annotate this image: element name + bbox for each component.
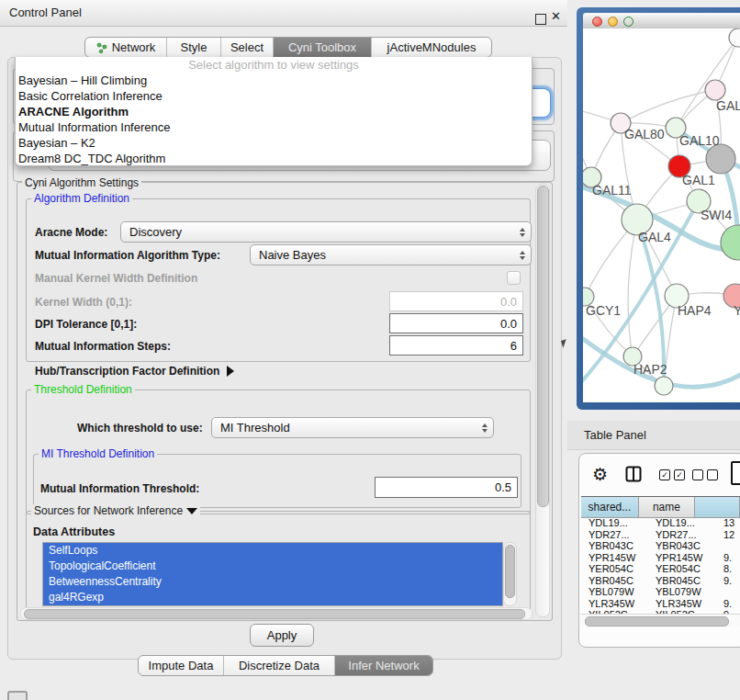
stepper-icon (520, 228, 525, 237)
network-node[interactable] (655, 377, 673, 395)
mi-algorithm-type-combo[interactable]: Naive Bayes (250, 244, 532, 265)
table-row[interactable]: YDR27...YDR27...12 (581, 529, 740, 541)
docked-panel-icon[interactable] (7, 691, 28, 700)
network-edge[interactable] (621, 90, 715, 123)
network-canvas[interactable]: GALGAL80GAL10GAL1GAL11SWI4GAL4GCY1HAP4YH… (583, 28, 740, 402)
algorithm-dropdown-list: Bayesian – Hill ClimbingBasic Correlatio… (16, 73, 532, 166)
which-threshold-combo[interactable]: MI Threshold (211, 417, 494, 438)
table-cell: YBR045C (581, 575, 652, 587)
node-label: GAL80 (624, 127, 665, 141)
network-node[interactable] (706, 144, 735, 174)
tab-jactivemnodules[interactable]: jActiveMNodules (371, 38, 491, 57)
mi-threshold-label: Mutual Information Threshold: (40, 482, 199, 495)
gear-icon[interactable]: ⚙ (592, 464, 608, 485)
table-cell (721, 586, 740, 598)
page-icon[interactable] (731, 461, 740, 485)
tab-impute-data[interactable]: Impute Data (139, 656, 223, 675)
node-table[interactable]: YDL19...YDL19...13YDR27...YDR27...12YBR0… (581, 517, 740, 614)
algorithm-option[interactable]: ARACNE Algorithm (16, 104, 532, 119)
tab-network[interactable]: Network (85, 38, 166, 57)
table-row[interactable]: YLR345WYLR345W9. (581, 598, 740, 610)
node-label: Y (734, 303, 740, 318)
table-row[interactable]: YER054CYER054C8. (581, 563, 740, 575)
manual-kernel-width-checkbox[interactable] (507, 271, 521, 285)
algorithm-option[interactable]: Bayesian – Hill Climbing (16, 73, 532, 88)
column-header[interactable]: name (639, 497, 695, 517)
attributes-scrollbar[interactable] (503, 542, 517, 606)
kernel-width-field[interactable]: 0.0 (389, 291, 523, 311)
table-row[interactable]: YBR043CYBR043C (581, 540, 740, 552)
table-cell: 9. (721, 598, 740, 610)
data-attribute-item[interactable]: BetweennessCentrality (43, 574, 502, 590)
node-label: GAL1 (682, 173, 715, 187)
hub-definition-expander[interactable]: Hub/Transcription Factor Definition (35, 365, 234, 378)
tab-style[interactable]: Style (166, 38, 220, 57)
cyni-bottom-tabs: Impute DataDiscretize DataInfer Network (138, 655, 433, 676)
mi-algorithm-type-label: Mutual Information Algorithm Type: (35, 249, 220, 262)
apply-button[interactable]: Apply (250, 624, 314, 647)
tab-cyni-toolbox[interactable]: Cyni Toolbox (273, 38, 371, 57)
which-threshold-label: Which threshold to use: (77, 422, 203, 435)
attributes-scrollbar-thumb[interactable] (505, 545, 515, 598)
float-window-button[interactable] (535, 14, 546, 25)
network-edge[interactable] (676, 38, 738, 128)
table-row[interactable]: YBR045CYBR045C9. (581, 575, 740, 587)
tab-select[interactable]: Select (220, 38, 273, 57)
column-header[interactable] (695, 497, 740, 517)
table-horizontal-scrollbar[interactable] (581, 614, 740, 627)
tab-label: Network (112, 40, 156, 54)
close-icon[interactable]: ✕ (551, 9, 561, 23)
network-node[interactable] (705, 80, 725, 100)
data-attribute-item[interactable]: SelfLoops (43, 543, 502, 559)
network-edge[interactable] (628, 220, 637, 356)
settings-horizontal-scrollbar-thumb[interactable] (24, 609, 525, 619)
split-columns-icon[interactable] (625, 466, 642, 486)
aracne-mode-combo[interactable]: Discovery (120, 221, 532, 243)
network-node[interactable] (729, 28, 740, 47)
network-graph[interactable]: GALGAL80GAL10GAL1GAL11SWI4GAL4GCY1HAP4YH… (583, 28, 740, 402)
table-row[interactable]: YBL079WYBL079W (581, 586, 740, 598)
table-row[interactable]: YPR145WYPR145W9. (581, 552, 740, 564)
network-window-titlebar[interactable] (583, 13, 740, 29)
expander-arrow-icon (227, 366, 234, 377)
deselect-checkboxes-icon[interactable] (692, 469, 718, 480)
table-cell: YPR145W (581, 552, 652, 564)
algorithm-option[interactable]: Bayesian – K2 (16, 135, 532, 151)
table-cell: 8. (721, 563, 740, 575)
close-traffic-light-icon[interactable] (592, 17, 602, 27)
stepper-icon (482, 423, 488, 433)
table-horizontal-scrollbar-thumb[interactable] (585, 616, 729, 627)
network-tab-icon (96, 42, 107, 53)
table-cell: 12 (721, 529, 740, 541)
column-header[interactable]: shared... (581, 497, 639, 517)
mi-threshold-field[interactable]: 0.5 (375, 477, 518, 498)
table-cell: YDR27... (581, 529, 652, 541)
data-attribute-item[interactable]: TopologicalCoefficient (43, 559, 502, 574)
tab-infer-network[interactable]: Infer Network (334, 656, 432, 675)
node-label: HAP4 (678, 303, 712, 318)
tab-label: Discretize Data (239, 659, 320, 672)
mi-steps-field[interactable]: 6 (389, 335, 523, 356)
settings-vertical-scrollbar-thumb[interactable] (537, 186, 549, 507)
data-attribute-item[interactable]: gal4RGexp (43, 590, 502, 605)
table-cell: YDR27... (652, 529, 721, 541)
control-panel-title: Control Panel (9, 6, 82, 19)
data-attributes-list[interactable]: SelfLoopsTopologicalCoefficientBetweenne… (42, 542, 503, 606)
select-all-checkboxes-icon[interactable]: ✓✓ (659, 469, 685, 480)
minimize-traffic-light-icon[interactable] (608, 17, 618, 27)
node-label: SWI4 (701, 208, 732, 222)
algorithm-option[interactable]: Dream8 DC_TDC Algorithm (16, 151, 532, 166)
zoom-traffic-light-icon[interactable] (623, 17, 633, 27)
algorithm-option[interactable]: Mutual Information Inference (16, 119, 532, 135)
mi-steps-label: Mutual Information Steps: (35, 340, 171, 353)
node-label: HAP2 (633, 362, 667, 377)
table-row[interactable]: YDL19...YDL19...13 (581, 517, 740, 529)
network-node[interactable] (721, 225, 740, 260)
dpi-tolerance-field[interactable]: 0.0 (389, 313, 523, 333)
dpi-tolerance-label: DPI Tolerance [0,1]: (35, 318, 137, 331)
aracne-mode-label: Aracne Mode: (35, 226, 107, 239)
tab-discretize-data[interactable]: Discretize Data (223, 656, 334, 675)
sources-group-title[interactable]: Sources for Network Inference (31, 504, 200, 517)
algorithm-option[interactable]: Basic Correlation Inference (16, 88, 532, 104)
control-panel-titlebar[interactable]: Control Panel (0, 0, 567, 27)
